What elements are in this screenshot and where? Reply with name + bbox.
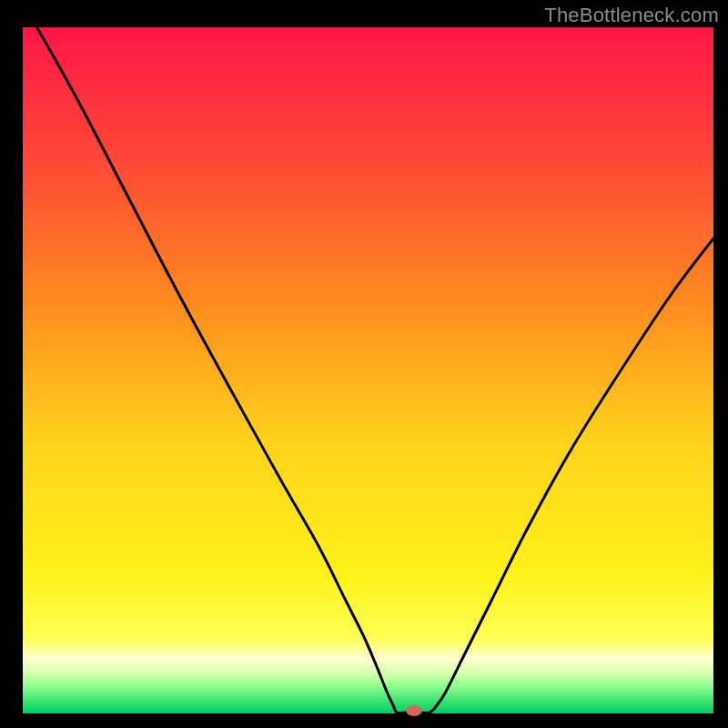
plot-background bbox=[23, 27, 713, 713]
chart-frame: TheBottleneck.com bbox=[0, 0, 728, 728]
attribution-label: TheBottleneck.com bbox=[544, 4, 719, 27]
bottleneck-chart bbox=[0, 0, 728, 728]
optimal-marker-icon bbox=[406, 705, 422, 716]
